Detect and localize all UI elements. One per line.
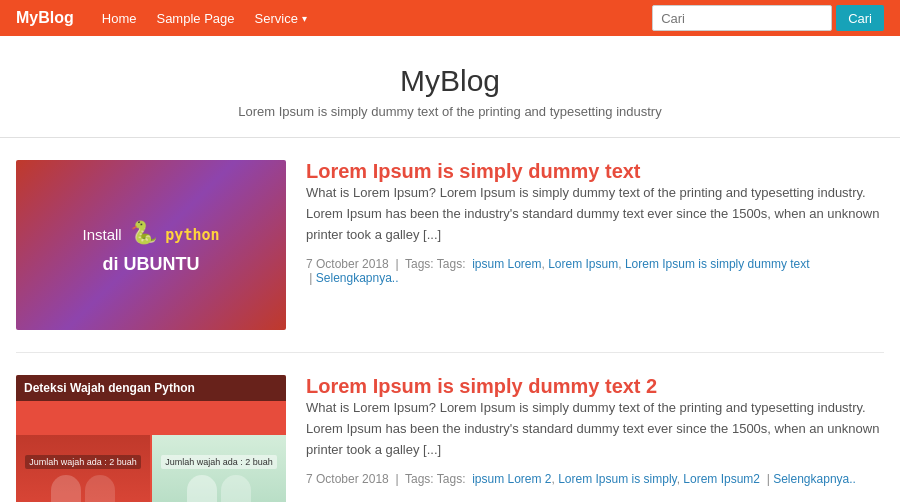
post-tag-link[interactable]: Lorem Ipsum: [548, 257, 618, 271]
post-thumbnail-2: Deteksi Wajah dengan Python Jumlah wajah…: [16, 375, 286, 502]
nav-service-label: Service: [255, 11, 298, 26]
post-date-1: 7 October 2018: [306, 257, 389, 271]
search-button[interactable]: Cari: [836, 5, 884, 31]
hero-section: MyBlog Lorem Ipsum is simply dummy text …: [0, 36, 900, 138]
face-box-left: Jumlah wajah ada : 2 buah: [16, 435, 150, 502]
thumb-python: Install 🐍 python di UBUNTU: [16, 160, 286, 330]
post-meta-2: 7 October 2018 | Tags: Tags: ipsum Lorem…: [306, 472, 884, 486]
post-meta-1: 7 October 2018 | Tags: Tags: ipsum Lorem…: [306, 257, 884, 285]
post-tag-link[interactable]: Lorem Ipsum is simply: [558, 472, 676, 486]
post-tag-link[interactable]: Lorem Ipsum is simply dummy text: [625, 257, 810, 271]
thumb-face: Deteksi Wajah dengan Python Jumlah wajah…: [16, 375, 286, 502]
post-body-2: Lorem Ipsum is simply dummy text 2 What …: [306, 375, 884, 502]
post-tag-link[interactable]: Lorem Ipsum2: [683, 472, 760, 486]
post-title-1[interactable]: Lorem Ipsum is simply dummy text: [306, 160, 641, 182]
thumb-install-text: Install 🐍 python: [82, 215, 219, 250]
post-title-2[interactable]: Lorem Ipsum is simply dummy text 2: [306, 375, 657, 397]
face-box-right: Jumlah wajah ada : 2 buah: [152, 435, 286, 502]
post-excerpt-1: What is Lorem Ipsum? Lorem Ipsum is simp…: [306, 183, 884, 245]
post-tags-label-1: Tags: Tags:: [405, 257, 465, 271]
nav-service[interactable]: Service ▾: [247, 0, 315, 36]
face-count-left: Jumlah wajah ada : 2 buah: [25, 455, 141, 469]
post-read-more-1[interactable]: Selengkapnya..: [316, 271, 399, 285]
navbar: MyBlog Home Sample Page Service ▾ Cari: [0, 0, 900, 36]
hero-title: MyBlog: [0, 64, 900, 98]
thumb-ubuntu-text: di UBUNTU: [103, 254, 200, 275]
post-tags-label-2: Tags: Tags:: [405, 472, 465, 486]
search-area: Cari: [652, 5, 884, 31]
search-input[interactable]: [652, 5, 832, 31]
post-date-2: 7 October 2018: [306, 472, 389, 486]
thumb-face-title: Deteksi Wajah dengan Python: [16, 375, 286, 401]
post-tag-link[interactable]: ipsum Lorem 2: [472, 472, 551, 486]
face-count-right: Jumlah wajah ada : 2 buah: [161, 455, 277, 469]
nav-links: Home Sample Page Service ▾: [94, 0, 652, 36]
thumb-face-bottom: Jumlah wajah ada : 2 buah Jumlah wajah a…: [16, 435, 286, 502]
nav-sample-page[interactable]: Sample Page: [148, 0, 242, 36]
post-item: Deteksi Wajah dengan Python Jumlah wajah…: [16, 353, 884, 502]
post-read-more-2[interactable]: Selengkapnya..: [773, 472, 856, 486]
hero-subtitle: Lorem Ipsum is simply dummy text of the …: [0, 104, 900, 119]
nav-home[interactable]: Home: [94, 0, 145, 36]
post-body-1: Lorem Ipsum is simply dummy text What is…: [306, 160, 884, 330]
brand-logo[interactable]: MyBlog: [16, 9, 74, 27]
post-item: Install 🐍 python di UBUNTU Lorem Ipsum i…: [16, 138, 884, 353]
post-excerpt-2: What is Lorem Ipsum? Lorem Ipsum is simp…: [306, 398, 884, 460]
post-thumbnail-1: Install 🐍 python di UBUNTU: [16, 160, 286, 330]
content-area: Install 🐍 python di UBUNTU Lorem Ipsum i…: [0, 138, 900, 502]
post-tag-link[interactable]: ipsum Lorem: [472, 257, 541, 271]
chevron-down-icon: ▾: [302, 13, 307, 24]
